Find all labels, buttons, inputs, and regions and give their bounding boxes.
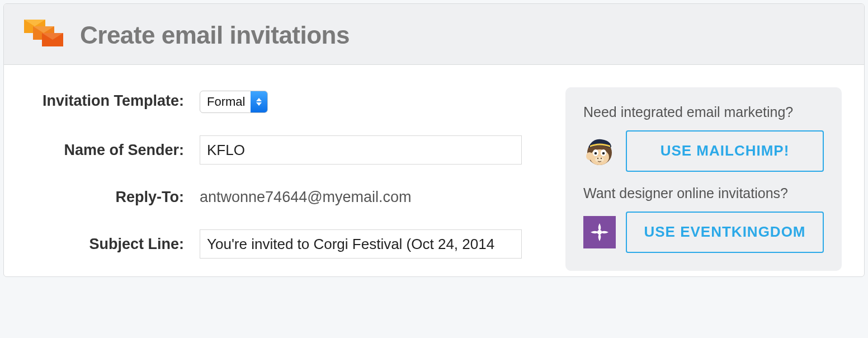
svg-point-12	[586, 152, 593, 160]
form-area: Invitation Template: Formal Name of Send…	[26, 87, 545, 264]
svg-point-7	[595, 152, 597, 155]
card-body: Invitation Template: Formal Name of Send…	[4, 65, 864, 276]
svg-point-10	[597, 158, 598, 159]
email-invitations-card: Create email invitations Invitation Temp…	[3, 3, 865, 277]
use-eventkingdom-button[interactable]: USE EVENTKINGDOM	[626, 212, 824, 253]
template-row: Invitation Template: Formal	[26, 91, 545, 113]
subject-row: Subject Line:	[26, 229, 545, 259]
replyto-value: antwonne74644@myemail.com	[200, 189, 412, 206]
eventkingdom-icon	[583, 216, 616, 248]
svg-point-8	[602, 152, 605, 155]
select-stepper-icon	[251, 91, 267, 112]
envelopes-icon	[24, 20, 64, 51]
mailchimp-prompt: Need integrated email marketing?	[583, 104, 824, 120]
replyto-row: Reply-To: antwonne74644@myemail.com	[26, 187, 545, 207]
sender-label: Name of Sender:	[26, 140, 200, 160]
sender-input[interactable]	[200, 135, 522, 165]
page-title: Create email invitations	[80, 21, 350, 49]
sender-row: Name of Sender:	[26, 135, 545, 165]
template-select[interactable]: Formal	[200, 91, 268, 113]
template-label: Invitation Template:	[26, 91, 200, 111]
mailchimp-icon	[583, 135, 616, 167]
subject-input[interactable]	[200, 229, 522, 259]
svg-point-11	[601, 158, 602, 159]
card-header: Create email invitations	[4, 4, 864, 65]
template-select-value: Formal	[200, 91, 251, 112]
subject-label: Subject Line:	[26, 234, 200, 254]
mailchimp-row: USE MAILCHIMP!	[583, 130, 824, 172]
use-mailchimp-button[interactable]: USE MAILCHIMP!	[626, 130, 824, 172]
side-panel: Need integrated email marketing?	[565, 87, 842, 271]
replyto-label: Reply-To:	[26, 187, 200, 207]
eventkingdom-prompt: Want designer online invitations?	[583, 185, 824, 201]
eventkingdom-row: USE EVENTKINGDOM	[583, 212, 824, 253]
